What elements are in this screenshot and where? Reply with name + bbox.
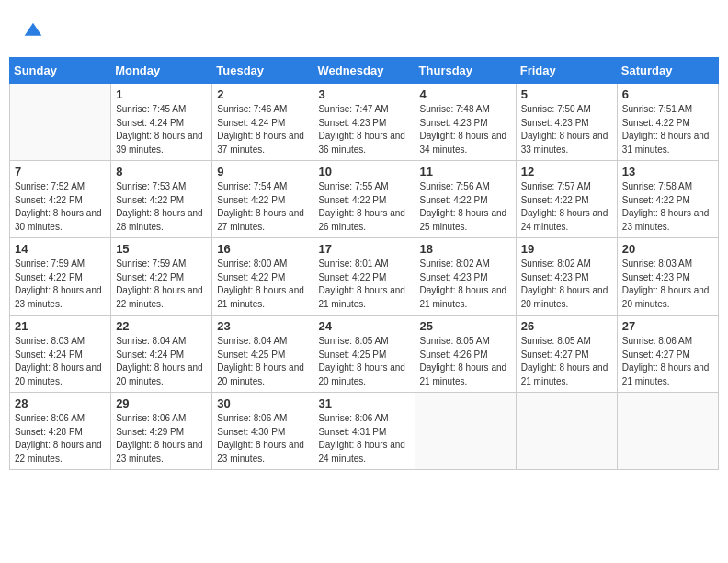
calendar-cell: 7Sunrise: 7:52 AMSunset: 4:22 PMDaylight… bbox=[10, 161, 111, 238]
calendar-cell: 14Sunrise: 7:59 AMSunset: 4:22 PMDayligh… bbox=[10, 238, 111, 316]
weekday-header-tuesday: Tuesday bbox=[212, 58, 313, 84]
day-info: Sunrise: 7:58 AMSunset: 4:22 PMDaylight:… bbox=[622, 180, 713, 234]
calendar-cell: 3Sunrise: 7:47 AMSunset: 4:23 PMDaylight… bbox=[313, 84, 415, 161]
day-info: Sunrise: 7:59 AMSunset: 4:22 PMDaylight:… bbox=[116, 258, 207, 311]
day-number: 20 bbox=[622, 242, 713, 256]
calendar-cell bbox=[516, 393, 617, 470]
day-number: 3 bbox=[318, 87, 409, 101]
day-number: 23 bbox=[217, 319, 308, 333]
day-number: 14 bbox=[15, 242, 106, 256]
weekday-header-friday: Friday bbox=[516, 58, 617, 84]
calendar-cell: 5Sunrise: 7:50 AMSunset: 4:23 PMDaylight… bbox=[516, 84, 617, 161]
day-number: 10 bbox=[318, 165, 409, 178]
day-info: Sunrise: 7:55 AMSunset: 4:22 PMDaylight:… bbox=[318, 180, 409, 234]
day-number: 31 bbox=[318, 396, 409, 410]
day-info: Sunrise: 8:05 AMSunset: 4:27 PMDaylight:… bbox=[521, 335, 612, 388]
day-info: Sunrise: 8:02 AMSunset: 4:23 PMDaylight:… bbox=[521, 258, 612, 311]
calendar-week-1: 1Sunrise: 7:45 AMSunset: 4:24 PMDaylight… bbox=[10, 84, 719, 161]
calendar-cell: 26Sunrise: 8:05 AMSunset: 4:27 PMDayligh… bbox=[516, 316, 617, 393]
calendar-cell: 31Sunrise: 8:06 AMSunset: 4:31 PMDayligh… bbox=[313, 393, 415, 470]
calendar-cell: 24Sunrise: 8:05 AMSunset: 4:25 PMDayligh… bbox=[313, 316, 415, 393]
day-info: Sunrise: 7:50 AMSunset: 4:23 PMDaylight:… bbox=[521, 103, 612, 156]
weekday-header-wednesday: Wednesday bbox=[313, 58, 415, 84]
day-number: 30 bbox=[217, 396, 308, 410]
day-number: 5 bbox=[521, 87, 612, 101]
day-info: Sunrise: 7:59 AMSunset: 4:22 PMDaylight:… bbox=[15, 258, 106, 311]
day-info: Sunrise: 8:06 AMSunset: 4:29 PMDaylight:… bbox=[116, 412, 207, 465]
calendar-cell bbox=[617, 393, 718, 470]
day-number: 13 bbox=[622, 165, 713, 178]
weekday-header-row: SundayMondayTuesdayWednesdayThursdayFrid… bbox=[10, 58, 719, 84]
day-number: 18 bbox=[420, 242, 511, 256]
day-number: 24 bbox=[318, 319, 409, 333]
calendar-cell: 30Sunrise: 8:06 AMSunset: 4:30 PMDayligh… bbox=[212, 393, 313, 470]
day-number: 4 bbox=[420, 87, 511, 101]
calendar-cell: 10Sunrise: 7:55 AMSunset: 4:22 PMDayligh… bbox=[313, 161, 415, 238]
day-info: Sunrise: 7:48 AMSunset: 4:23 PMDaylight:… bbox=[420, 103, 511, 156]
calendar-cell: 2Sunrise: 7:46 AMSunset: 4:24 PMDaylight… bbox=[212, 84, 313, 161]
logo bbox=[18, 18, 46, 49]
calendar-cell: 22Sunrise: 8:04 AMSunset: 4:24 PMDayligh… bbox=[111, 316, 212, 393]
calendar-table: SundayMondayTuesdayWednesdayThursdayFrid… bbox=[9, 57, 719, 470]
weekday-header-monday: Monday bbox=[111, 58, 212, 84]
day-info: Sunrise: 8:06 AMSunset: 4:31 PMDaylight:… bbox=[318, 412, 409, 465]
calendar-cell: 20Sunrise: 8:03 AMSunset: 4:23 PMDayligh… bbox=[617, 238, 718, 316]
day-number: 29 bbox=[116, 396, 207, 410]
day-info: Sunrise: 8:06 AMSunset: 4:28 PMDaylight:… bbox=[15, 412, 106, 465]
calendar-cell: 8Sunrise: 7:53 AMSunset: 4:22 PMDaylight… bbox=[111, 161, 212, 238]
page-header bbox=[9, 9, 719, 53]
day-number: 19 bbox=[521, 242, 612, 256]
calendar-cell bbox=[10, 84, 111, 161]
calendar-cell: 9Sunrise: 7:54 AMSunset: 4:22 PMDaylight… bbox=[212, 161, 313, 238]
day-info: Sunrise: 8:06 AMSunset: 4:30 PMDaylight:… bbox=[217, 412, 308, 465]
day-info: Sunrise: 8:05 AMSunset: 4:26 PMDaylight:… bbox=[420, 335, 511, 388]
logo-icon bbox=[20, 18, 46, 44]
day-number: 25 bbox=[420, 319, 511, 333]
day-number: 17 bbox=[318, 242, 409, 256]
day-info: Sunrise: 7:45 AMSunset: 4:24 PMDaylight:… bbox=[116, 103, 207, 156]
calendar-cell: 11Sunrise: 7:56 AMSunset: 4:22 PMDayligh… bbox=[415, 161, 516, 238]
day-info: Sunrise: 8:05 AMSunset: 4:25 PMDaylight:… bbox=[318, 335, 409, 388]
day-number: 12 bbox=[521, 165, 612, 178]
calendar-cell: 23Sunrise: 8:04 AMSunset: 4:25 PMDayligh… bbox=[212, 316, 313, 393]
day-info: Sunrise: 7:53 AMSunset: 4:22 PMDaylight:… bbox=[116, 180, 207, 234]
svg-marker-0 bbox=[25, 23, 42, 36]
calendar-cell: 19Sunrise: 8:02 AMSunset: 4:23 PMDayligh… bbox=[516, 238, 617, 316]
day-info: Sunrise: 7:57 AMSunset: 4:22 PMDaylight:… bbox=[521, 180, 612, 234]
calendar-week-5: 28Sunrise: 8:06 AMSunset: 4:28 PMDayligh… bbox=[10, 393, 719, 470]
calendar-cell bbox=[415, 393, 516, 470]
calendar-week-2: 7Sunrise: 7:52 AMSunset: 4:22 PMDaylight… bbox=[10, 161, 719, 238]
day-number: 15 bbox=[116, 242, 207, 256]
calendar-cell: 4Sunrise: 7:48 AMSunset: 4:23 PMDaylight… bbox=[415, 84, 516, 161]
day-info: Sunrise: 8:02 AMSunset: 4:23 PMDaylight:… bbox=[420, 258, 511, 311]
day-number: 1 bbox=[116, 87, 207, 101]
day-number: 11 bbox=[420, 165, 511, 178]
day-number: 7 bbox=[15, 165, 106, 178]
calendar-cell: 13Sunrise: 7:58 AMSunset: 4:22 PMDayligh… bbox=[617, 161, 718, 238]
day-info: Sunrise: 8:01 AMSunset: 4:22 PMDaylight:… bbox=[318, 258, 409, 311]
calendar-cell: 28Sunrise: 8:06 AMSunset: 4:28 PMDayligh… bbox=[10, 393, 111, 470]
day-number: 9 bbox=[217, 165, 308, 178]
day-number: 21 bbox=[15, 319, 106, 333]
day-info: Sunrise: 7:51 AMSunset: 4:22 PMDaylight:… bbox=[622, 103, 713, 156]
calendar-cell: 21Sunrise: 8:03 AMSunset: 4:24 PMDayligh… bbox=[10, 316, 111, 393]
day-info: Sunrise: 7:56 AMSunset: 4:22 PMDaylight:… bbox=[420, 180, 511, 234]
day-info: Sunrise: 7:46 AMSunset: 4:24 PMDaylight:… bbox=[217, 103, 308, 156]
calendar-cell: 29Sunrise: 8:06 AMSunset: 4:29 PMDayligh… bbox=[111, 393, 212, 470]
calendar-cell: 27Sunrise: 8:06 AMSunset: 4:27 PMDayligh… bbox=[617, 316, 718, 393]
calendar-cell: 18Sunrise: 8:02 AMSunset: 4:23 PMDayligh… bbox=[415, 238, 516, 316]
day-number: 27 bbox=[622, 319, 713, 333]
calendar-cell: 16Sunrise: 8:00 AMSunset: 4:22 PMDayligh… bbox=[212, 238, 313, 316]
day-info: Sunrise: 8:04 AMSunset: 4:24 PMDaylight:… bbox=[116, 335, 207, 388]
day-info: Sunrise: 8:00 AMSunset: 4:22 PMDaylight:… bbox=[217, 258, 308, 311]
weekday-header-sunday: Sunday bbox=[10, 58, 111, 84]
day-info: Sunrise: 8:04 AMSunset: 4:25 PMDaylight:… bbox=[217, 335, 308, 388]
day-info: Sunrise: 7:47 AMSunset: 4:23 PMDaylight:… bbox=[318, 103, 409, 156]
day-number: 2 bbox=[217, 87, 308, 101]
calendar-cell: 12Sunrise: 7:57 AMSunset: 4:22 PMDayligh… bbox=[516, 161, 617, 238]
day-number: 22 bbox=[116, 319, 207, 333]
day-info: Sunrise: 8:03 AMSunset: 4:23 PMDaylight:… bbox=[622, 258, 713, 311]
calendar-cell: 25Sunrise: 8:05 AMSunset: 4:26 PMDayligh… bbox=[415, 316, 516, 393]
calendar-week-4: 21Sunrise: 8:03 AMSunset: 4:24 PMDayligh… bbox=[10, 316, 719, 393]
day-number: 8 bbox=[116, 165, 207, 178]
